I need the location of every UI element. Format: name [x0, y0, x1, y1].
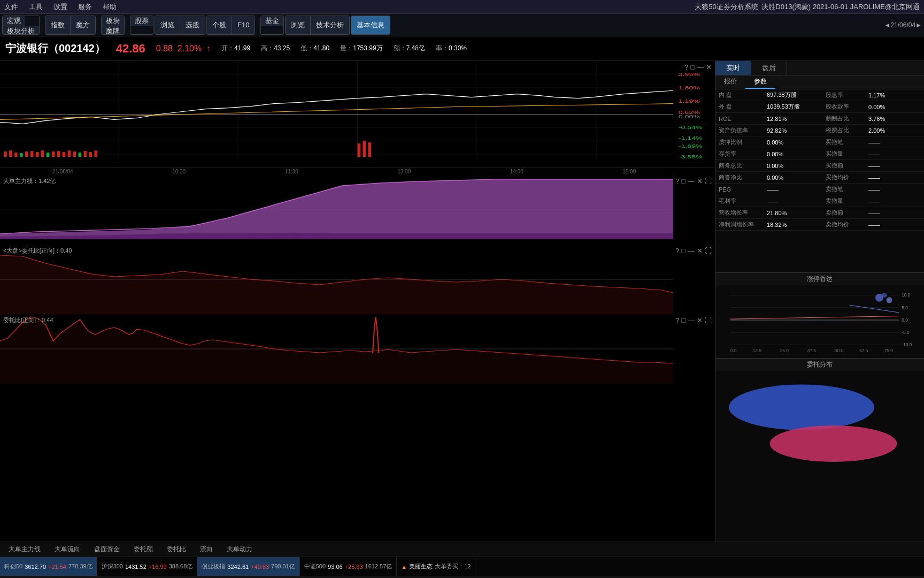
magic-card-button[interactable]: 魔牌	[102, 26, 124, 35]
entr-min-icon[interactable]: —	[688, 247, 695, 255]
menu-services[interactable]: 服务	[78, 2, 92, 12]
market-extra: ▲ 美丽生态 大单委买：12	[397, 557, 475, 576]
price-chart-panel: ? □ — ✕	[0, 61, 715, 168]
price-params-tabs: 报价 参数	[715, 75, 924, 89]
market-kechuang50[interactable]: 科创50 3612.70 +21.54 778.39亿	[0, 557, 97, 576]
tech-analysis-button[interactable]: 技术分析	[311, 16, 349, 35]
svg-text:-1.14%: -1.14%	[679, 135, 703, 141]
individual-button[interactable]: 个股	[207, 16, 232, 35]
tab-large-flow[interactable]: 大单流向	[48, 543, 87, 556]
flow-close-icon[interactable]: ✕	[697, 177, 703, 185]
tab-large-momentum[interactable]: 大单动力	[220, 543, 259, 556]
tab-main-flow[interactable]: 大单主力线	[2, 543, 47, 556]
entr-fullscreen-icon[interactable]: ⛶	[705, 247, 712, 255]
svg-rect-26	[68, 150, 71, 157]
afterhours-tab[interactable]: 盘后	[751, 61, 787, 75]
fund-browse-button[interactable]: 浏览	[286, 16, 311, 35]
stock-label-group: 股票	[130, 16, 153, 35]
basic-info-button[interactable]: 基本信息	[351, 16, 390, 35]
stock-volume: 量：1753.99万	[340, 44, 382, 53]
svg-rect-28	[79, 153, 82, 157]
params-row-3: 资产负债率 92.82% 税费占比 2.00%	[715, 125, 924, 136]
flow-fullscreen-icon[interactable]: ⛶	[705, 177, 712, 185]
price-chart-window[interactable]: □	[690, 63, 695, 71]
wt-fullscreen-icon[interactable]: ⛶	[705, 316, 712, 324]
svg-rect-21	[41, 150, 44, 157]
svg-text:12.5: 12.5	[753, 348, 762, 353]
stock-sector-group: 板块 魔牌	[101, 16, 125, 35]
svg-text:-5.0: -5.0	[902, 330, 910, 335]
params-row-4: 质押比例 0.08% 买撤笔 ——	[715, 136, 924, 148]
flow-window-icon[interactable]: □	[681, 177, 686, 185]
stock-open: 开：41.99	[221, 44, 250, 53]
realtime-tab[interactable]: 实时	[715, 61, 751, 75]
price-chart-svg: 3.95% 1.80% 1.19% 0.62% 0.00% -0.54% -1.…	[0, 61, 715, 168]
entrustment-chart-svg	[0, 245, 715, 314]
stock-high: 高：43.25	[261, 44, 290, 53]
realtime-tabs: 实时 盘后	[715, 61, 924, 75]
svg-rect-18	[25, 151, 28, 157]
block-button[interactable]: 板块	[102, 16, 124, 26]
browse-button[interactable]: 浏览	[155, 16, 180, 35]
date-nav[interactable]: ◄21/06/04►	[884, 21, 922, 29]
wt-help-icon[interactable]: ?	[675, 316, 679, 324]
sector-analysis-button[interactable]: 板块分析	[3, 26, 39, 35]
params-row-9: 毛利率 —— 卖撤量 ——	[715, 195, 924, 207]
menu-file[interactable]: 文件	[4, 2, 18, 12]
magic-square-button[interactable]: 魔方	[71, 16, 95, 35]
flow-chart-panel: 大单主力线：1.42亿 ? □ — ✕ ⛶	[0, 175, 715, 245]
wt-close-icon[interactable]: ✕	[697, 316, 703, 324]
entrustment-dist-panel: 委托分布	[715, 358, 924, 542]
price-chart-min[interactable]: —	[697, 63, 704, 71]
flow-min-icon[interactable]: —	[688, 177, 695, 185]
params-row-0: 内 盘 697.38万股 股息率 1.17%	[715, 89, 924, 101]
menu-settings[interactable]: 设置	[53, 2, 67, 12]
main-area: ? □ — ✕	[0, 61, 924, 542]
svg-rect-30	[89, 152, 92, 157]
svg-point-76	[729, 385, 874, 430]
svg-text:-10.0: -10.0	[902, 342, 912, 347]
svg-text:25.0: 25.0	[780, 348, 789, 353]
svg-text:50.0: 50.0	[835, 348, 844, 353]
macro-button[interactable]: 宏观	[3, 16, 25, 26]
svg-rect-25	[63, 152, 66, 157]
flow-help-icon[interactable]: ?	[675, 177, 679, 185]
tab-entrust-amount[interactable]: 委托额	[127, 543, 159, 556]
pick-button[interactable]: 选股	[180, 16, 205, 35]
menu-help[interactable]: 帮助	[103, 2, 117, 12]
tab-flow[interactable]: 流向	[194, 543, 219, 556]
params-row-8: PEG —— 卖撤笔 ——	[715, 184, 924, 195]
price-tab[interactable]: 报价	[715, 75, 745, 89]
wtfb-svg	[715, 371, 924, 462]
price-chart-close[interactable]: ✕	[706, 63, 712, 71]
entrustment-chart-toolbar: ? □ — ✕ ⛶	[675, 247, 712, 255]
index-button[interactable]: 指数	[45, 16, 71, 35]
tab-market-funds[interactable]: 盘面资金	[88, 543, 126, 556]
price-chart-help[interactable]: ?	[684, 63, 688, 71]
svg-point-72	[882, 293, 887, 298]
market-zhongzheng500[interactable]: 中证500 93.06 +25.33 1612.57亿	[300, 557, 397, 576]
stock-amount: 额：7.48亿	[394, 44, 425, 53]
menu-tools[interactable]: 工具	[29, 2, 43, 12]
entr-help-icon[interactable]: ?	[675, 247, 679, 255]
svg-text:37.5: 37.5	[807, 348, 817, 353]
svg-text:-1.69%: -1.69%	[679, 143, 703, 149]
params-tab[interactable]: 参数	[745, 75, 775, 89]
svg-text:75.0: 75.0	[884, 348, 894, 353]
wt-window-icon[interactable]: □	[681, 316, 686, 324]
right-panel: 实时 盘后 报价 参数 内 盘 697.38万股 股息率 1.17% 外 盘 1…	[715, 61, 924, 542]
market-hushen300[interactable]: 沪深300 1431.52 +16.99 388.68亿	[97, 557, 198, 576]
wt-min-icon[interactable]: —	[688, 316, 695, 324]
svg-rect-22	[47, 153, 50, 157]
zt-chart-svg: 10.0 5.0 0.0 -5.0 -10.0 0.0 12.5 25.0 37…	[715, 285, 924, 355]
f10-button[interactable]: F10	[232, 16, 255, 35]
market-chuanye[interactable]: 创业板指 3242.61 +40.83 790.01亿	[197, 557, 299, 576]
fund-label: 基金	[261, 16, 283, 26]
app-title: 天狼50证券分析系统 决胜D013(鸿蒙) 2021-06-01 JAROLIM…	[695, 2, 920, 12]
params-row-6: 商誉总比 0.00% 买撤额 ——	[715, 160, 924, 172]
tab-entrust-ratio[interactable]: 委托比	[160, 543, 192, 556]
entr-close-icon[interactable]: ✕	[697, 247, 703, 255]
params-row-11: 净利润增长率 18.32% 卖撤均价 ——	[715, 219, 924, 231]
entr-window-icon[interactable]: □	[681, 247, 686, 255]
params-row-10: 营收增长率 21.80% 卖撤额 ——	[715, 207, 924, 219]
